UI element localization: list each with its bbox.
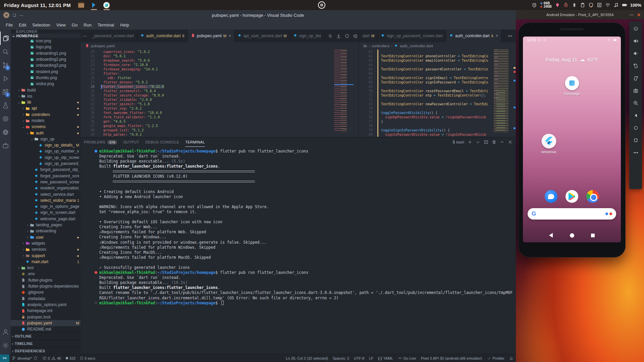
tab-api-user-service-dart[interactable]: api_user_service.dartM xyxy=(234,29,290,42)
emu-back-button[interactable] xyxy=(631,111,640,120)
activity-extensions-icon[interactable]: 2 xyxy=(0,85,11,99)
minimap[interactable] xyxy=(494,50,513,132)
tree-file-onboarding2-png[interactable]: onboarding2.png xyxy=(11,56,80,62)
tree-file-resident-png[interactable]: resident.png xyxy=(11,68,80,74)
tab-sign-up-det[interactable]: sign_up_det xyxy=(290,29,324,42)
code-line-22[interactable]: 22 dropdown_search: ^5.0.6 xyxy=(80,58,358,63)
menu-selection[interactable]: Selection xyxy=(29,21,53,29)
emulator-minimize-button[interactable]: — xyxy=(630,12,634,17)
menu-run[interactable]: Run xyxy=(80,21,95,29)
tree-file--env[interactable]: .env xyxy=(11,271,80,277)
code-line-64[interactable]: 64 xyxy=(359,63,516,67)
clipboard-icon[interactable] xyxy=(580,2,585,8)
tree-file-sign-in-options-page-dart[interactable]: sign_in_options_page.dart xyxy=(11,203,80,209)
tab-sign-up-password-screen-dart[interactable]: sign_up_password_screen.dart xyxy=(378,29,446,42)
code-line-68[interactable]: 68TextEditingController signInPasssword … xyxy=(359,80,516,84)
terminal[interactable]: mikhael@mikhael-ThinkPad:~/StudioProject… xyxy=(80,147,516,354)
activity-puzzle-icon[interactable] xyxy=(0,139,11,152)
tree-file-select-service-dart[interactable]: select_service.dart xyxy=(11,191,80,197)
minimap[interactable] xyxy=(334,50,354,132)
breadcrumb-left[interactable]: pubspec.yaml xyxy=(80,42,358,50)
code-line-28[interactable]: 28 flutter_launcher_icons: ^0.12.0 xyxy=(80,84,358,89)
editor-auth-controller[interactable]: 6162TextEditingController phoneControlle… xyxy=(359,50,516,137)
emu-more-button[interactable] xyxy=(631,148,640,157)
split-terminal-icon[interactable] xyxy=(484,140,488,144)
tree-folder-services[interactable]: ›services● xyxy=(11,246,80,252)
tree-file-sign-up-number-screen-[interactable]: sign_up_number_screen... xyxy=(11,148,80,154)
emu-rotate-right-button[interactable] xyxy=(631,74,640,82)
close-panel-icon[interactable] xyxy=(508,140,513,144)
tab--password-screen-dart[interactable]: _password_screen.dart xyxy=(89,29,137,42)
tree-folder-models[interactable]: ›models xyxy=(11,118,80,124)
code-line-34[interactable]: 34 font_awesome_flutter: ^10.4.0 xyxy=(80,111,358,115)
phone-weather-widget[interactable]: Friday, Aug 11 ☁ 62°F xyxy=(523,57,621,63)
code-line-62[interactable]: 62TextEditingController phoneController … xyxy=(359,54,516,58)
tree-file-resident-organization-na-[interactable]: resident_organization_na... xyxy=(11,185,80,191)
wifi-icon[interactable] xyxy=(605,2,610,8)
shell-dropdown-icon[interactable] xyxy=(476,140,480,144)
tree-file-welcome-page-dart[interactable]: welcome_page.dart xyxy=(11,216,80,222)
shell-selector[interactable]: $bash xyxy=(452,140,464,144)
tab-auth-controller-dart[interactable]: auth_controller.dart6× xyxy=(446,29,501,42)
activity-debug-icon[interactable] xyxy=(0,72,11,85)
notes-icon[interactable] xyxy=(597,2,602,8)
tree-folder-sign-up[interactable]: ⌄sign_up xyxy=(11,136,80,142)
timeline-icon[interactable] xyxy=(353,34,358,39)
code-line-67[interactable]: 67TextEditingController signInEmail = Te… xyxy=(359,76,516,80)
code-line-39[interactable]: 39 http_parser: ^4.0.2 xyxy=(80,132,358,137)
indentation-setting[interactable]: Spaces: 2 xyxy=(330,356,352,360)
breadcrumb-item[interactable]: auth_controller.dart xyxy=(400,44,433,48)
shield-icon[interactable] xyxy=(588,2,594,8)
tree-file-sign-in-screen-dart[interactable]: sign_in_screen.dart xyxy=(11,209,80,216)
code-line-26[interactable]: 26 sdk: flutter xyxy=(80,76,358,80)
chrome-app-icon[interactable] xyxy=(586,190,599,203)
code-line-79[interactable]: 79toggleSignInPasswordVisibility() { xyxy=(359,128,516,132)
activity-search-icon[interactable] xyxy=(0,45,11,58)
tree-file-new-password-screen-dart[interactable]: new_password_screen.dart xyxy=(11,179,80,185)
emu-overview-button[interactable] xyxy=(631,136,640,144)
emu-volume-down-button[interactable] xyxy=(631,49,640,58)
vscode-app-icon[interactable] xyxy=(90,1,98,9)
menu-help[interactable]: Help xyxy=(117,21,132,29)
tree-file-select-visitor-manage-[interactable]: select_visitor_manage...1 xyxy=(11,197,80,203)
panel-tab-output[interactable]: OUTPUT xyxy=(123,137,139,147)
code-line-77[interactable]: 77} xyxy=(359,119,516,124)
code-line-63[interactable]: 63TextEditingController emailController … xyxy=(359,58,516,63)
code-line-32[interactable]: 32 flutter_spinkit: ^5.1.0 xyxy=(80,102,358,106)
desktop-center-logo-icon[interactable] xyxy=(318,1,325,9)
android-home-button[interactable] xyxy=(570,233,574,238)
tree-file--flutter-plugins[interactable]: .flutter-plugins xyxy=(11,277,80,283)
tree-file-onboarding3-png[interactable]: onboarding3.png xyxy=(11,62,80,68)
voice-search-icon[interactable] xyxy=(605,213,612,215)
encoding-setting[interactable]: UTF-8 xyxy=(352,356,367,360)
command-decoration[interactable] xyxy=(95,302,97,304)
tab--dart[interactable]: .dartM xyxy=(359,29,378,42)
tree-file-analysis-options-yaml[interactable]: analysis_options.yaml xyxy=(11,302,80,308)
tree-folder-auth[interactable]: ⌄auth● xyxy=(11,130,80,136)
emu-zoom-button[interactable] xyxy=(631,99,640,107)
tree-folder-controllers[interactable]: ›controllers● xyxy=(11,112,80,118)
code-line-31[interactable]: 31 flutter_slidable: ^2.0.0 xyxy=(80,98,358,102)
go-live-button[interactable]: Go Live xyxy=(395,356,419,360)
battery-icon[interactable] xyxy=(622,2,627,8)
menu-file[interactable]: File xyxy=(3,21,16,29)
code-line-70[interactable]: 70TextEditingController resetPassswordEm… xyxy=(359,89,516,93)
cursor-position[interactable]: Ln 28, Col 2 (32 selected) xyxy=(283,356,330,360)
menu-view[interactable]: View xyxy=(53,21,69,29)
download-icon[interactable] xyxy=(336,34,341,39)
open-changes-icon[interactable] xyxy=(328,34,333,39)
music-icon[interactable] xyxy=(613,2,619,8)
code-line-27[interactable]: 27 flutter_dotenv: ^5.0.2 xyxy=(80,80,358,84)
tree-file-sign-up-details-scr-[interactable]: sign_up_details_scr...M xyxy=(11,142,80,148)
menu-edit[interactable]: Edit xyxy=(16,21,29,29)
kill-terminal-icon[interactable] xyxy=(492,140,496,144)
more-actions-icon[interactable] xyxy=(507,34,513,39)
code-line-72[interactable]: 72 xyxy=(359,98,516,102)
tree-file-sign-up-password-scree-[interactable]: sign_up_password_scree... xyxy=(11,161,80,167)
breadcrumb-right[interactable]: lib›controllers›auth_controller.dart xyxy=(359,42,516,50)
code-line-38[interactable]: 38 grouped_list: ^5.1.2 xyxy=(80,128,358,132)
close-icon[interactable]: × xyxy=(229,34,231,38)
phone-app-flutter[interactable]: senseious xyxy=(541,134,556,154)
phone-app-homepage[interactable]: homepage xyxy=(564,76,580,96)
sidebar-section-timeline[interactable]: ›TIMELINE xyxy=(11,340,80,347)
